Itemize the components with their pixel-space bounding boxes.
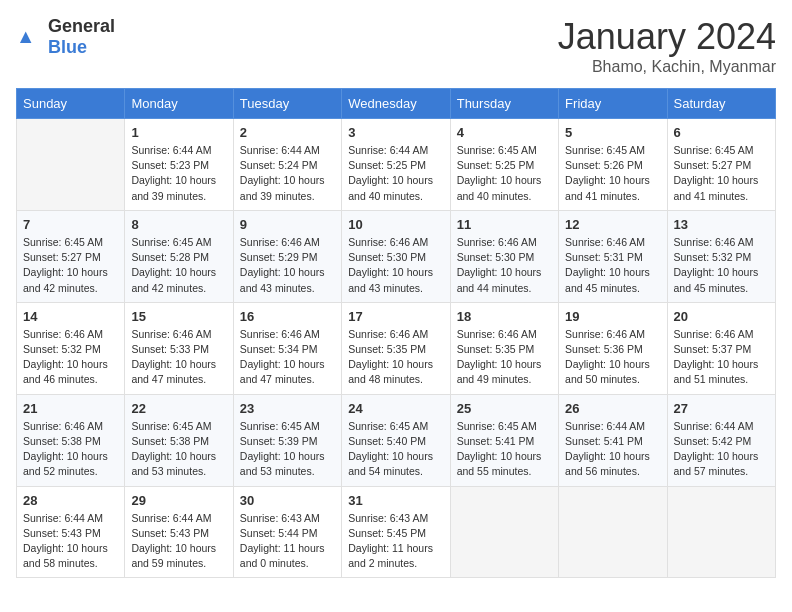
day-info: Sunrise: 6:46 AM Sunset: 5:33 PM Dayligh… [131,327,226,388]
week-row-3: 14Sunrise: 6:46 AM Sunset: 5:32 PM Dayli… [17,302,776,394]
day-info: Sunrise: 6:45 AM Sunset: 5:39 PM Dayligh… [240,419,335,480]
calendar-cell [559,486,667,578]
day-info: Sunrise: 6:44 AM Sunset: 5:24 PM Dayligh… [240,143,335,204]
calendar-cell: 9Sunrise: 6:46 AM Sunset: 5:29 PM Daylig… [233,210,341,302]
calendar-cell: 10Sunrise: 6:46 AM Sunset: 5:30 PM Dayli… [342,210,450,302]
day-number: 29 [131,493,226,508]
calendar-cell: 16Sunrise: 6:46 AM Sunset: 5:34 PM Dayli… [233,302,341,394]
day-info: Sunrise: 6:43 AM Sunset: 5:44 PM Dayligh… [240,511,335,572]
calendar-cell: 19Sunrise: 6:46 AM Sunset: 5:36 PM Dayli… [559,302,667,394]
weekday-header-monday: Monday [125,89,233,119]
day-number: 15 [131,309,226,324]
day-number: 9 [240,217,335,232]
day-number: 6 [674,125,769,140]
day-number: 28 [23,493,118,508]
day-info: Sunrise: 6:45 AM Sunset: 5:25 PM Dayligh… [457,143,552,204]
day-number: 8 [131,217,226,232]
calendar-cell: 1Sunrise: 6:44 AM Sunset: 5:23 PM Daylig… [125,119,233,211]
day-info: Sunrise: 6:46 AM Sunset: 5:30 PM Dayligh… [457,235,552,296]
day-info: Sunrise: 6:44 AM Sunset: 5:43 PM Dayligh… [23,511,118,572]
day-number: 31 [348,493,443,508]
calendar-cell: 15Sunrise: 6:46 AM Sunset: 5:33 PM Dayli… [125,302,233,394]
header: ▲ General Blue January 2024 Bhamo, Kachi… [16,16,776,76]
day-number: 27 [674,401,769,416]
calendar-cell: 12Sunrise: 6:46 AM Sunset: 5:31 PM Dayli… [559,210,667,302]
calendar-table: SundayMondayTuesdayWednesdayThursdayFrid… [16,88,776,578]
day-info: Sunrise: 6:45 AM Sunset: 5:27 PM Dayligh… [674,143,769,204]
calendar-cell: 21Sunrise: 6:46 AM Sunset: 5:38 PM Dayli… [17,394,125,486]
calendar-cell: 20Sunrise: 6:46 AM Sunset: 5:37 PM Dayli… [667,302,775,394]
calendar-cell: 17Sunrise: 6:46 AM Sunset: 5:35 PM Dayli… [342,302,450,394]
week-row-5: 28Sunrise: 6:44 AM Sunset: 5:43 PM Dayli… [17,486,776,578]
calendar-cell: 11Sunrise: 6:46 AM Sunset: 5:30 PM Dayli… [450,210,558,302]
day-number: 1 [131,125,226,140]
day-number: 7 [23,217,118,232]
calendar-cell: 25Sunrise: 6:45 AM Sunset: 5:41 PM Dayli… [450,394,558,486]
calendar-cell: 4Sunrise: 6:45 AM Sunset: 5:25 PM Daylig… [450,119,558,211]
weekday-header-thursday: Thursday [450,89,558,119]
svg-text:▲: ▲ [16,25,35,47]
day-info: Sunrise: 6:44 AM Sunset: 5:43 PM Dayligh… [131,511,226,572]
day-number: 13 [674,217,769,232]
day-number: 5 [565,125,660,140]
week-row-4: 21Sunrise: 6:46 AM Sunset: 5:38 PM Dayli… [17,394,776,486]
day-number: 11 [457,217,552,232]
weekday-header-row: SundayMondayTuesdayWednesdayThursdayFrid… [17,89,776,119]
calendar-cell [17,119,125,211]
day-info: Sunrise: 6:44 AM Sunset: 5:42 PM Dayligh… [674,419,769,480]
calendar-cell: 31Sunrise: 6:43 AM Sunset: 5:45 PM Dayli… [342,486,450,578]
weekday-header-friday: Friday [559,89,667,119]
day-info: Sunrise: 6:44 AM Sunset: 5:23 PM Dayligh… [131,143,226,204]
day-info: Sunrise: 6:46 AM Sunset: 5:37 PM Dayligh… [674,327,769,388]
weekday-header-sunday: Sunday [17,89,125,119]
day-number: 17 [348,309,443,324]
day-info: Sunrise: 6:46 AM Sunset: 5:32 PM Dayligh… [23,327,118,388]
calendar-cell: 26Sunrise: 6:44 AM Sunset: 5:41 PM Dayli… [559,394,667,486]
calendar-cell: 23Sunrise: 6:45 AM Sunset: 5:39 PM Dayli… [233,394,341,486]
logo-text: General Blue [48,16,115,58]
calendar-cell: 28Sunrise: 6:44 AM Sunset: 5:43 PM Dayli… [17,486,125,578]
day-info: Sunrise: 6:43 AM Sunset: 5:45 PM Dayligh… [348,511,443,572]
day-number: 22 [131,401,226,416]
calendar-cell: 3Sunrise: 6:44 AM Sunset: 5:25 PM Daylig… [342,119,450,211]
day-info: Sunrise: 6:45 AM Sunset: 5:38 PM Dayligh… [131,419,226,480]
calendar-cell: 6Sunrise: 6:45 AM Sunset: 5:27 PM Daylig… [667,119,775,211]
day-info: Sunrise: 6:45 AM Sunset: 5:28 PM Dayligh… [131,235,226,296]
day-info: Sunrise: 6:46 AM Sunset: 5:29 PM Dayligh… [240,235,335,296]
day-info: Sunrise: 6:46 AM Sunset: 5:34 PM Dayligh… [240,327,335,388]
calendar-cell: 30Sunrise: 6:43 AM Sunset: 5:44 PM Dayli… [233,486,341,578]
day-info: Sunrise: 6:46 AM Sunset: 5:31 PM Dayligh… [565,235,660,296]
logo: ▲ General Blue [16,16,115,58]
month-title: January 2024 [558,16,776,58]
day-number: 3 [348,125,443,140]
day-number: 25 [457,401,552,416]
title-area: January 2024 Bhamo, Kachin, Myanmar [558,16,776,76]
day-info: Sunrise: 6:46 AM Sunset: 5:30 PM Dayligh… [348,235,443,296]
day-info: Sunrise: 6:46 AM Sunset: 5:35 PM Dayligh… [348,327,443,388]
calendar-cell [450,486,558,578]
calendar-cell: 27Sunrise: 6:44 AM Sunset: 5:42 PM Dayli… [667,394,775,486]
day-info: Sunrise: 6:45 AM Sunset: 5:40 PM Dayligh… [348,419,443,480]
day-info: Sunrise: 6:44 AM Sunset: 5:25 PM Dayligh… [348,143,443,204]
weekday-header-saturday: Saturday [667,89,775,119]
day-info: Sunrise: 6:45 AM Sunset: 5:41 PM Dayligh… [457,419,552,480]
day-info: Sunrise: 6:46 AM Sunset: 5:38 PM Dayligh… [23,419,118,480]
calendar-cell: 7Sunrise: 6:45 AM Sunset: 5:27 PM Daylig… [17,210,125,302]
calendar-cell: 29Sunrise: 6:44 AM Sunset: 5:43 PM Dayli… [125,486,233,578]
day-number: 20 [674,309,769,324]
day-info: Sunrise: 6:46 AM Sunset: 5:36 PM Dayligh… [565,327,660,388]
week-row-2: 7Sunrise: 6:45 AM Sunset: 5:27 PM Daylig… [17,210,776,302]
calendar-cell: 22Sunrise: 6:45 AM Sunset: 5:38 PM Dayli… [125,394,233,486]
calendar-cell: 2Sunrise: 6:44 AM Sunset: 5:24 PM Daylig… [233,119,341,211]
location-title: Bhamo, Kachin, Myanmar [558,58,776,76]
day-number: 23 [240,401,335,416]
week-row-1: 1Sunrise: 6:44 AM Sunset: 5:23 PM Daylig… [17,119,776,211]
day-info: Sunrise: 6:45 AM Sunset: 5:26 PM Dayligh… [565,143,660,204]
weekday-header-wednesday: Wednesday [342,89,450,119]
day-number: 4 [457,125,552,140]
calendar-cell: 14Sunrise: 6:46 AM Sunset: 5:32 PM Dayli… [17,302,125,394]
day-number: 26 [565,401,660,416]
calendar-cell: 8Sunrise: 6:45 AM Sunset: 5:28 PM Daylig… [125,210,233,302]
day-number: 18 [457,309,552,324]
day-number: 30 [240,493,335,508]
